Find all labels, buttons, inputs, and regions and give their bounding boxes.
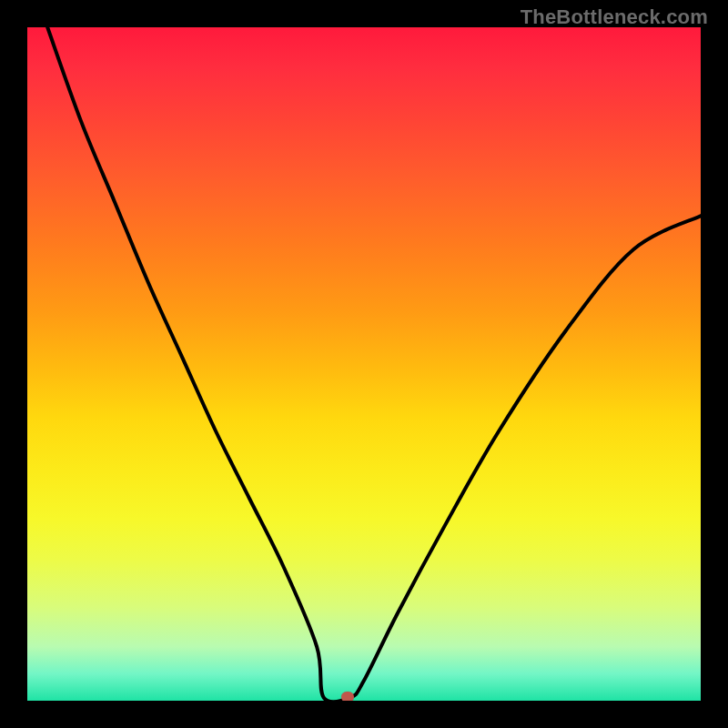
plot-area <box>27 27 701 701</box>
watermark-text: TheBottleneck.com <box>521 5 708 29</box>
optimal-point-marker <box>341 692 354 701</box>
chart-frame: TheBottleneck.com <box>0 0 728 728</box>
bottleneck-curve <box>27 27 701 701</box>
